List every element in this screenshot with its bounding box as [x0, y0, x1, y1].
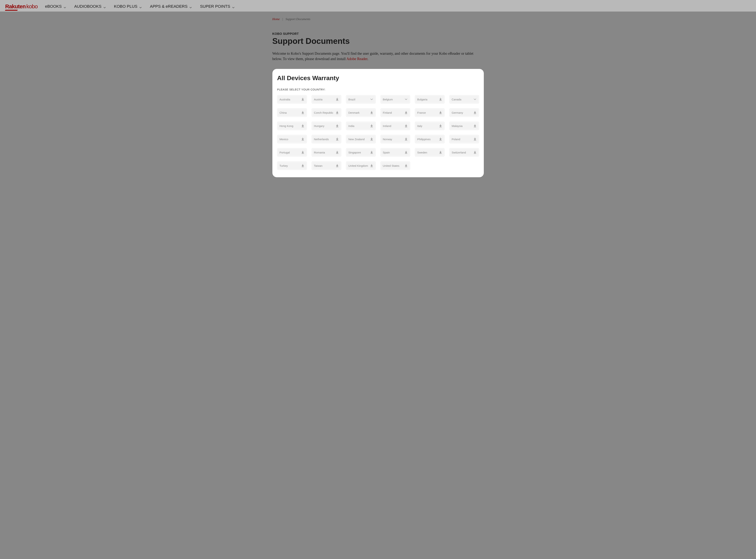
country-label: New Zealand	[348, 138, 365, 141]
chevron-down-icon	[473, 98, 477, 101]
country-label: Hungary	[314, 125, 324, 128]
country-label: Poland	[452, 138, 460, 141]
country-label: Brazil	[348, 98, 356, 101]
country-button[interactable]: Philippines	[415, 135, 444, 143]
country-button[interactable]: United Kingdom	[346, 161, 376, 170]
download-icon	[336, 151, 339, 154]
country-label: Malaysia	[452, 125, 463, 128]
country-label: United States	[383, 164, 399, 167]
country-button[interactable]: Taiwan	[312, 161, 341, 170]
country-button[interactable]: Hong Kong	[277, 121, 307, 130]
chevron-down-icon	[232, 5, 235, 8]
download-icon	[439, 124, 442, 128]
country-button[interactable]: Netherlands	[312, 135, 341, 143]
country-button[interactable]: Belgium	[381, 95, 410, 104]
nav-item-audiobooks[interactable]: AUDIOBOOKS	[74, 4, 106, 9]
country-label: China	[279, 111, 287, 114]
country-button[interactable]: Romania	[312, 148, 341, 157]
primary-nav: eBOOKS AUDIOBOOKS KOBO PLUS APPS & eREAD…	[45, 4, 235, 9]
breadcrumb-home[interactable]: Home	[272, 17, 280, 21]
country-label: Spain	[383, 151, 390, 154]
logo-link[interactable]: Rakuten kobo	[5, 3, 38, 9]
country-label: Bulgaria	[417, 98, 428, 101]
download-icon	[405, 137, 408, 141]
page-content: Home | Support Documents KOBO SUPPORT Su…	[270, 12, 487, 188]
country-button[interactable]: New Zealand	[346, 135, 376, 143]
country-button[interactable]: United States	[381, 161, 410, 170]
country-button[interactable]: Norway	[381, 135, 410, 143]
download-icon	[473, 151, 477, 154]
download-icon	[336, 164, 339, 167]
country-button[interactable]: India	[346, 121, 376, 130]
download-icon	[439, 151, 442, 154]
chevron-down-icon	[370, 98, 373, 101]
download-icon	[301, 164, 304, 167]
country-button[interactable]: China	[277, 108, 307, 117]
country-label: United Kingdom	[348, 164, 368, 167]
download-icon	[301, 124, 304, 128]
download-icon	[370, 137, 373, 141]
country-button[interactable]: Germany	[449, 108, 479, 117]
intro-text-suffix: .	[367, 57, 368, 61]
country-label: Ireland	[383, 125, 391, 128]
country-label: Norway	[383, 138, 392, 141]
country-button[interactable]: Canada	[449, 95, 479, 104]
country-button[interactable]: Sweden	[415, 148, 444, 157]
country-button[interactable]: Portugal	[277, 148, 307, 157]
download-icon	[473, 137, 477, 141]
nav-label: eBOOKS	[45, 4, 62, 9]
country-button[interactable]: Finland	[381, 108, 410, 117]
country-label: Finland	[383, 111, 392, 114]
download-icon	[336, 137, 339, 141]
country-label: Mexico	[279, 138, 289, 141]
country-button[interactable]: Hungary	[312, 121, 341, 130]
country-button[interactable]: Italy	[415, 121, 444, 130]
chevron-down-icon	[405, 98, 408, 101]
country-button[interactable]: Switzerland	[449, 148, 479, 157]
country-label: Netherlands	[314, 138, 329, 141]
adobe-reader-link[interactable]: Adobe Reader	[346, 57, 367, 61]
download-icon	[405, 151, 408, 154]
country-button[interactable]: Ireland	[381, 121, 410, 130]
country-label: Belgium	[383, 98, 393, 101]
nav-label: AUDIOBOOKS	[74, 4, 101, 9]
nav-item-apps-ereaders[interactable]: APPS & eREADERS	[150, 4, 192, 9]
country-button[interactable]: Austria	[312, 95, 341, 104]
top-navigation: Rakuten kobo eBOOKS AUDIOBOOKS KOBO PLUS…	[0, 0, 756, 12]
country-label: Hong Kong	[279, 125, 293, 128]
intro-paragraph: Welcome to Kobo's Support Documents page…	[272, 51, 484, 62]
country-button[interactable]: Brazil	[346, 95, 376, 104]
country-button[interactable]: Spain	[381, 148, 410, 157]
nav-item-ebooks[interactable]: eBOOKS	[45, 4, 66, 9]
country-label: Portugal	[279, 151, 290, 154]
country-button[interactable]: Mexico	[277, 135, 307, 143]
country-button[interactable]: Australia	[277, 95, 307, 104]
country-label: Turkey	[279, 164, 288, 167]
country-button[interactable]: Malaysia	[449, 121, 479, 130]
country-label: Australia	[279, 98, 290, 101]
download-icon	[301, 111, 304, 114]
download-icon	[473, 124, 477, 128]
country-label: Switzerland	[452, 151, 466, 154]
page-title: Support Documents	[272, 37, 484, 46]
download-icon	[439, 111, 442, 114]
nav-item-kobo-plus[interactable]: KOBO PLUS	[114, 4, 142, 9]
country-label: Singapore	[348, 151, 361, 154]
country-grid: AustraliaAustriaBrazilBelgiumBulgariaCan…	[277, 95, 479, 170]
country-button[interactable]: Czech Republic	[312, 108, 341, 117]
country-button[interactable]: Denmark	[346, 108, 376, 117]
country-button[interactable]: Turkey	[277, 161, 307, 170]
country-button[interactable]: France	[415, 108, 444, 117]
country-button[interactable]: Singapore	[346, 148, 376, 157]
country-button[interactable]: Poland	[449, 135, 479, 143]
download-icon	[405, 124, 408, 128]
country-button[interactable]: Bulgaria	[415, 95, 444, 104]
nav-item-super-points[interactable]: SUPER POINTS	[200, 4, 235, 9]
support-kicker: KOBO SUPPORT	[272, 32, 484, 36]
chevron-down-icon	[64, 5, 66, 8]
download-icon	[301, 151, 304, 154]
download-icon	[439, 137, 442, 141]
select-country-label: PLEASE SELECT YOUR COUNTRY:	[277, 88, 479, 91]
download-icon	[336, 98, 339, 101]
intro-text-prefix: Welcome to Kobo's Support Documents page…	[272, 51, 474, 61]
